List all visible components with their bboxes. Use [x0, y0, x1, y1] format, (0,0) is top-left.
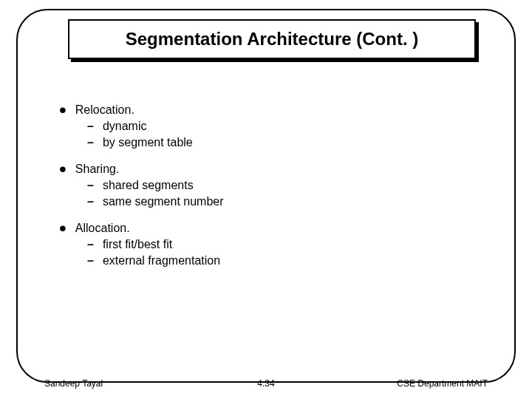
- sub-bullet-label: external fragmentation: [103, 254, 220, 267]
- bullet-icon: •: [59, 164, 66, 174]
- slide-title: Segmentation Architecture (Cont. ): [126, 29, 418, 50]
- bullet-icon: •: [59, 105, 66, 115]
- bullet-group: • Sharing. – shared segments – same segm…: [59, 163, 473, 208]
- footer: Sandeep Tayal 4.34 CSE Department MAIT: [44, 377, 488, 390]
- bullet-label: Allocation.: [75, 222, 130, 235]
- sub-bullet-row: – dynamic: [87, 120, 473, 133]
- bullet-label: Relocation.: [75, 103, 134, 117]
- bullet-group: • Allocation. – first fit/best fit – ext…: [59, 222, 473, 267]
- bullet-icon: •: [59, 223, 66, 233]
- sub-bullet-label: first fit/best fit: [103, 238, 172, 251]
- content-area: • Relocation. – dynamic – by segment tab…: [59, 103, 473, 281]
- footer-right: CSE Department MAIT: [397, 378, 488, 389]
- dash-icon: –: [87, 195, 94, 208]
- sub-bullet-label: shared segments: [103, 179, 194, 192]
- sub-bullet-row: – by segment table: [87, 136, 473, 149]
- title-box: Segmentation Architecture (Cont. ): [68, 19, 476, 59]
- bullet-row: • Allocation.: [59, 222, 473, 235]
- sub-bullet-row: – external fragmentation: [87, 254, 473, 267]
- sub-bullet-label: by segment table: [103, 136, 193, 149]
- sub-bullet-row: – first fit/best fit: [87, 238, 473, 251]
- footer-left: Sandeep Tayal: [44, 378, 103, 389]
- dash-icon: –: [87, 254, 94, 267]
- sub-bullet-row: – same segment number: [87, 195, 473, 208]
- dash-icon: –: [87, 238, 94, 251]
- bullet-label: Sharing.: [75, 163, 120, 176]
- dash-icon: –: [87, 136, 94, 149]
- footer-center: 4.34: [257, 378, 274, 389]
- sub-bullet-label: same segment number: [103, 195, 224, 208]
- bullet-row: • Sharing.: [59, 163, 473, 176]
- dash-icon: –: [87, 179, 94, 192]
- sub-bullet-label: dynamic: [103, 120, 147, 133]
- bullet-group: • Relocation. – dynamic – by segment tab…: [59, 103, 473, 149]
- bullet-row: • Relocation.: [59, 103, 473, 117]
- sub-bullet-row: – shared segments: [87, 179, 473, 192]
- dash-icon: –: [87, 120, 94, 133]
- slide: Segmentation Architecture (Cont. ) • Rel…: [0, 0, 532, 399]
